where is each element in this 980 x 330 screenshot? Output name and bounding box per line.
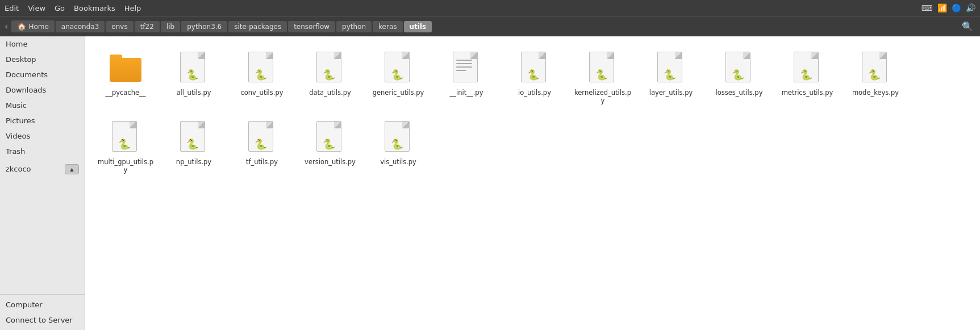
- sidebar-item-music[interactable]: Music: [0, 98, 85, 113]
- py-icon-version-utils: 🐍: [314, 119, 346, 156]
- file-name-data-utils: data_utils.py: [309, 89, 351, 97]
- breadcrumb-python36[interactable]: python3.6: [181, 21, 227, 32]
- file-item-data-utils[interactable]: 🐍 data_utils.py: [299, 45, 361, 109]
- home-icon: 🏠: [17, 22, 26, 31]
- menu-go[interactable]: Go: [55, 4, 65, 12]
- file-name-vis-utils: vis_utils.py: [380, 158, 416, 166]
- py-icon-metrics-utils: 🐍: [791, 50, 823, 86]
- breadcrumb-site-packages-label: site-packages: [234, 23, 281, 31]
- sidebar-bottom: Computer Connect to Server: [0, 294, 85, 330]
- file-item-init[interactable]: __init__.py: [435, 45, 498, 109]
- file-name-generic-utils: generic_utils.py: [373, 89, 424, 97]
- file-item-np-utils[interactable]: 🐍 np_utils.py: [162, 115, 225, 178]
- breadcrumb-lib-label: lib: [166, 23, 174, 31]
- keyboard-icon: ⌨: [921, 3, 933, 12]
- sidebar-item-documents[interactable]: Documents: [0, 67, 85, 82]
- sidebar-item-home[interactable]: Home: [0, 36, 85, 52]
- menu-help[interactable]: Help: [124, 4, 141, 12]
- wifi-icon: 📶: [937, 3, 947, 12]
- py-icon-layer-utils: 🐍: [655, 50, 687, 86]
- breadcrumb-envs[interactable]: envs: [106, 21, 133, 32]
- breadcrumb-keras[interactable]: keras: [373, 21, 402, 32]
- breadcrumb-python36-label: python3.6: [187, 23, 222, 31]
- sidebar-item-pictures[interactable]: Pictures: [0, 113, 85, 128]
- file-item-metrics-utils[interactable]: 🐍 metrics_utils.py: [776, 45, 839, 109]
- breadcrumb-utils-label: utils: [410, 23, 427, 31]
- path-bar: ‹ 🏠 Home anaconda3 envs tf22 lib python3…: [0, 16, 980, 36]
- search-button[interactable]: 🔍: [957, 19, 978, 34]
- breadcrumb-anaconda3[interactable]: anaconda3: [56, 21, 105, 32]
- sidebar: Home Desktop Documents Downloads Music P…: [0, 36, 85, 330]
- py-icon-tf-utils: 🐍: [246, 119, 278, 156]
- sidebar-item-zkcoco[interactable]: zkcoco: [6, 161, 65, 177]
- back-button[interactable]: ‹: [2, 21, 10, 32]
- breadcrumb-keras-label: keras: [378, 23, 397, 31]
- sidebar-item-downloads[interactable]: Downloads: [0, 82, 85, 98]
- breadcrumb-home-label: Home: [28, 23, 48, 31]
- breadcrumb-tensorflow-label: tensorflow: [294, 23, 330, 31]
- sidebar-item-trash[interactable]: Trash: [0, 144, 85, 159]
- file-grid: __pycache__ 🐍 all_utils.py: [94, 45, 971, 178]
- file-item-all-utils[interactable]: 🐍 all_utils.py: [162, 45, 225, 109]
- volume-icon: 🔊: [966, 3, 975, 12]
- py-icon-np-utils: 🐍: [178, 119, 210, 156]
- sidebar-item-videos[interactable]: Videos: [0, 128, 85, 144]
- sidebar-item-connect-to-server[interactable]: Connect to Server: [0, 312, 85, 328]
- bluetooth-icon: 🔵: [952, 3, 961, 12]
- breadcrumb-site-packages[interactable]: site-packages: [228, 21, 287, 32]
- breadcrumb-envs-label: envs: [111, 23, 127, 31]
- breadcrumb-home[interactable]: 🏠 Home: [11, 20, 54, 32]
- py-icon-io-utils: 🐍: [519, 50, 551, 86]
- file-item-vis-utils[interactable]: 🐍 vis_utils.py: [367, 115, 429, 178]
- py-icon-generic-utils: 🐍: [382, 50, 414, 86]
- file-name-kernelized-utils: kernelized_utils.py: [574, 89, 631, 105]
- file-item-pycache[interactable]: __pycache__: [94, 45, 157, 109]
- file-name-losses-utils: losses_utils.py: [716, 89, 763, 97]
- py-icon-conv-utils: 🐍: [246, 50, 278, 86]
- menu-bar: Edit View Go Bookmarks Help ⌨ 📶 🔵 🔊: [0, 0, 980, 16]
- menu-view[interactable]: View: [28, 4, 45, 12]
- py-icon-vis-utils: 🐍: [382, 119, 414, 156]
- py-icon-kernelized-utils: 🐍: [587, 50, 619, 86]
- file-item-generic-utils[interactable]: 🐍 generic_utils.py: [367, 45, 429, 109]
- file-name-io-utils: io_utils.py: [518, 89, 551, 97]
- menu-bookmarks[interactable]: Bookmarks: [74, 4, 115, 12]
- file-item-version-utils[interactable]: 🐍 version_utils.py: [299, 115, 361, 178]
- file-name-tf-utils: tf_utils.py: [246, 158, 278, 166]
- breadcrumb-anaconda3-label: anaconda3: [61, 23, 99, 31]
- file-item-multi-gpu-utils[interactable]: 🐍 multi_gpu_utils.py: [94, 115, 157, 178]
- file-item-io-utils[interactable]: 🐍 io_utils.py: [503, 45, 566, 109]
- file-item-tf-utils[interactable]: 🐍 tf_utils.py: [231, 115, 293, 178]
- py-icon-losses-utils: 🐍: [723, 50, 755, 86]
- file-item-losses-utils[interactable]: 🐍 losses_utils.py: [708, 45, 770, 109]
- py-icon-multi-gpu-utils: 🐍: [110, 119, 141, 156]
- menu-edit[interactable]: Edit: [5, 4, 19, 12]
- file-name-all-utils: all_utils.py: [176, 89, 211, 97]
- breadcrumb-tensorflow[interactable]: tensorflow: [288, 21, 335, 32]
- breadcrumb-utils[interactable]: utils: [404, 21, 432, 32]
- breadcrumb-python[interactable]: python: [336, 21, 372, 32]
- file-item-mode-keys[interactable]: 🐍 mode_keys.py: [844, 45, 907, 109]
- breadcrumb-python-label: python: [342, 23, 366, 31]
- main-area: Home Desktop Documents Downloads Music P…: [0, 36, 980, 330]
- file-name-pycache: __pycache__: [105, 89, 145, 97]
- py-icon-mode-keys: 🐍: [860, 50, 891, 86]
- py-icon-data-utils: 🐍: [314, 50, 346, 86]
- sidebar-item-desktop[interactable]: Desktop: [0, 52, 85, 67]
- file-item-conv-utils[interactable]: 🐍 conv_utils.py: [231, 45, 293, 109]
- file-name-version-utils: version_utils.py: [305, 158, 356, 166]
- py-icon-all-utils: 🐍: [178, 50, 210, 86]
- file-name-metrics-utils: metrics_utils.py: [782, 89, 833, 97]
- file-name-conv-utils: conv_utils.py: [240, 89, 283, 97]
- file-item-layer-utils[interactable]: 🐍 layer_utils.py: [640, 45, 702, 109]
- file-name-layer-utils: layer_utils.py: [649, 89, 693, 97]
- breadcrumb-lib[interactable]: lib: [161, 21, 180, 32]
- file-area: __pycache__ 🐍 all_utils.py: [85, 36, 980, 330]
- file-name-np-utils: np_utils.py: [176, 158, 211, 166]
- file-item-kernelized-utils[interactable]: 🐍 kernelized_utils.py: [572, 45, 634, 109]
- eject-button[interactable]: ▲: [65, 164, 79, 174]
- folder-icon-pycache: [110, 50, 141, 86]
- file-name-init: __init__.py: [450, 89, 483, 97]
- sidebar-item-computer[interactable]: Computer: [0, 297, 85, 312]
- breadcrumb-tf22[interactable]: tf22: [135, 21, 160, 32]
